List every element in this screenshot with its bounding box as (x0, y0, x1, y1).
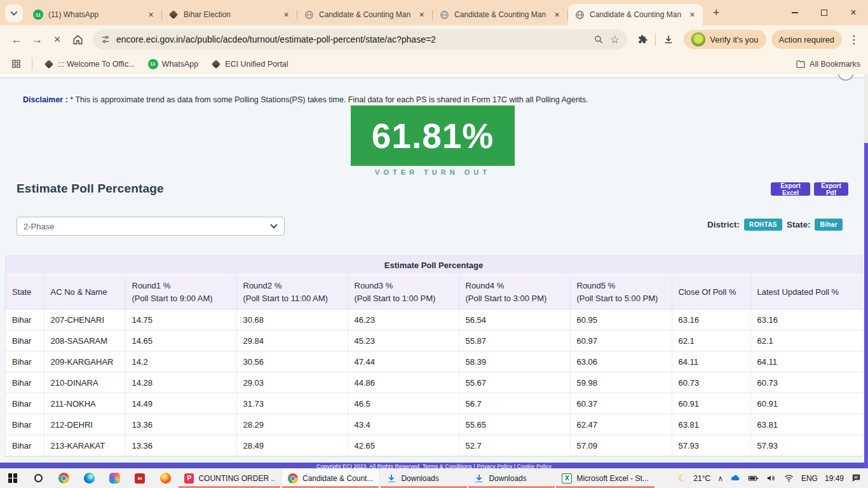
bookmark-eci-unified-portal[interactable]: ECI Unified Portal (207, 57, 292, 71)
search-button[interactable] (25, 468, 51, 488)
tab-search-button[interactable] (5, 4, 23, 22)
chrome-icon (288, 473, 298, 484)
table-row: Bihar207-CHENARI14.7530.6846.2356.5460.9… (6, 309, 863, 330)
table-row: Bihar211-NOKHA14.4931.7346.556.760.3760.… (6, 393, 863, 414)
taskbar-app-label: COUNTING ORDER ... (198, 474, 275, 483)
all-bookmarks-button[interactable]: All Bookmarks (796, 59, 860, 69)
address-bar[interactable]: encore.eci.gov.in/ac/public/acdeo/turnou… (93, 29, 627, 50)
poll-percentage-table: Estimate Poll Percentage StateAC No & Na… (5, 255, 862, 457)
table-row: Bihar210-DINARA14.2829.0344.8655.6759.98… (6, 372, 863, 393)
onedrive-icon[interactable] (730, 473, 741, 484)
notification-center-icon[interactable] (851, 473, 862, 484)
zoom-icon[interactable] (593, 34, 604, 44)
profile-chip[interactable]: Verify it's you (684, 30, 766, 49)
eci-icon (168, 10, 179, 20)
taskbar-app-downloads-2[interactable]: Downloads (468, 468, 555, 488)
table-cell: 29.84 (236, 330, 348, 351)
stop-loading-button[interactable]: × (47, 29, 67, 50)
close-button[interactable]: × (839, 0, 868, 25)
browser-menu-button[interactable]: ⋮ (846, 33, 862, 46)
taskbar-app-counting-order[interactable]: P COUNTING ORDER ... (178, 468, 281, 488)
tab-close-icon[interactable]: × (146, 10, 156, 20)
tab-close-icon[interactable]: × (416, 10, 427, 20)
downloads-button[interactable] (658, 29, 679, 50)
tab-close-icon[interactable]: × (281, 10, 292, 20)
new-tab-button[interactable]: + (707, 3, 726, 22)
speaker-icon[interactable] (766, 473, 776, 484)
edge-icon (84, 473, 95, 484)
column-header: Latest Updated Poll % (750, 275, 863, 309)
tab-close-icon[interactable]: × (552, 10, 562, 20)
table-cell: Bihar (6, 414, 44, 435)
table-cell: 55.67 (459, 372, 570, 393)
state-badge: Bihar (815, 219, 843, 231)
tab-whatsapp[interactable]: 11 (11) WhatsApp × (27, 4, 161, 25)
tab-label: Bihar Election (184, 10, 276, 19)
filters: District: ROHTAS State: Bihar (707, 219, 843, 231)
table-cell: 46.23 (348, 309, 459, 330)
language-indicator[interactable]: ENG (801, 474, 818, 483)
tab-label: (11) WhatsApp (48, 10, 140, 19)
export-pdf-button[interactable]: Export Pdf (814, 182, 848, 196)
bookmark-label: ECI Unified Portal (225, 60, 288, 69)
table-cell: 63.16 (672, 309, 750, 330)
tray-expand-button[interactable]: ∧ (717, 474, 723, 483)
weather-moon-icon[interactable]: ☾ (677, 471, 688, 485)
scroll-top-button[interactable] (837, 74, 854, 81)
extensions-button[interactable] (632, 29, 653, 50)
phase-select[interactable]: 2-Phase (17, 217, 285, 236)
table-cell: 57.09 (570, 435, 672, 456)
windows-taskbar: ∞ P COUNTING ORDER ... Candidate & Count… (0, 468, 868, 488)
grid-icon (11, 59, 21, 69)
start-button[interactable] (0, 468, 25, 488)
taskbar-edge[interactable] (76, 468, 102, 488)
minimize-icon (792, 12, 798, 13)
page-title: Estimate Poll Percentage (17, 182, 164, 196)
bookmark-star-icon[interactable]: ☆ (610, 33, 620, 46)
taskbar-firefox[interactable] (153, 468, 178, 488)
tab-candidate-counting-active[interactable]: Candidate & Counting Man × (568, 4, 703, 25)
state-label: State: (787, 220, 811, 229)
system-tray: ☾ 21°C ∧ ENG 19:49 (672, 468, 868, 488)
table-row: Bihar208-SASARAM14.6529.8445.2355.8760.9… (6, 330, 863, 351)
wifi-icon[interactable] (783, 473, 794, 484)
back-button[interactable]: ← (6, 29, 27, 50)
table-cell: 28.29 (236, 414, 348, 435)
taskbar-app-excel[interactable]: X Microsoft Excel - St... (555, 468, 654, 488)
export-excel-button[interactable]: Export Excel (771, 182, 810, 196)
apps-grid-button[interactable] (8, 54, 24, 74)
globe-icon (439, 10, 449, 20)
maximize-button[interactable] (810, 0, 839, 25)
tab-candidate-counting-2[interactable]: Candidate & Counting Man × (433, 4, 567, 25)
scrollbar-thumb[interactable] (864, 143, 868, 468)
taskbar-copilot[interactable] (102, 468, 127, 488)
tab-bihar-election[interactable]: Bihar Election × (162, 4, 297, 25)
column-header: State (6, 275, 44, 309)
whatsapp-icon: 11 (148, 59, 158, 69)
table-cell: 56.54 (459, 309, 570, 330)
bookmark-welcome-to-office[interactable]: ::: Welcome To Offic... (40, 57, 139, 71)
table-cell: 60.95 (570, 309, 672, 330)
clock[interactable]: 19:49 (825, 474, 844, 483)
taskbar-chrome[interactable] (51, 468, 76, 488)
table-cell: 213-KARAKAT (44, 435, 125, 456)
taskbar-acrobat[interactable]: ∞ (127, 468, 153, 488)
disclaimer-text: * This is approximate trend as data from… (70, 95, 588, 104)
forward-button[interactable]: → (27, 29, 47, 50)
taskbar-app-candidate-counting[interactable]: Candidate & Count... (281, 468, 380, 488)
table-cell: 208-SASARAM (44, 330, 125, 351)
minimize-button[interactable] (780, 0, 810, 25)
tab-candidate-counting-1[interactable]: Candidate & Counting Man × (297, 4, 432, 25)
table-cell: 43.4 (348, 414, 459, 435)
action-required-chip[interactable]: Action required (771, 30, 842, 49)
bookmark-label: ::: Welcome To Offic... (58, 60, 135, 69)
action-chip-label: Action required (779, 35, 834, 44)
temperature[interactable]: 21°C (693, 474, 710, 483)
taskbar-app-downloads-1[interactable]: Downloads (380, 468, 468, 488)
tab-close-icon[interactable]: × (687, 10, 698, 20)
home-button[interactable] (67, 29, 88, 50)
table-cell: 60.73 (750, 372, 863, 393)
site-info-icon[interactable] (100, 34, 111, 44)
battery-icon[interactable] (748, 473, 759, 484)
bookmark-whatsapp[interactable]: 11 WhatsApp (144, 57, 203, 71)
